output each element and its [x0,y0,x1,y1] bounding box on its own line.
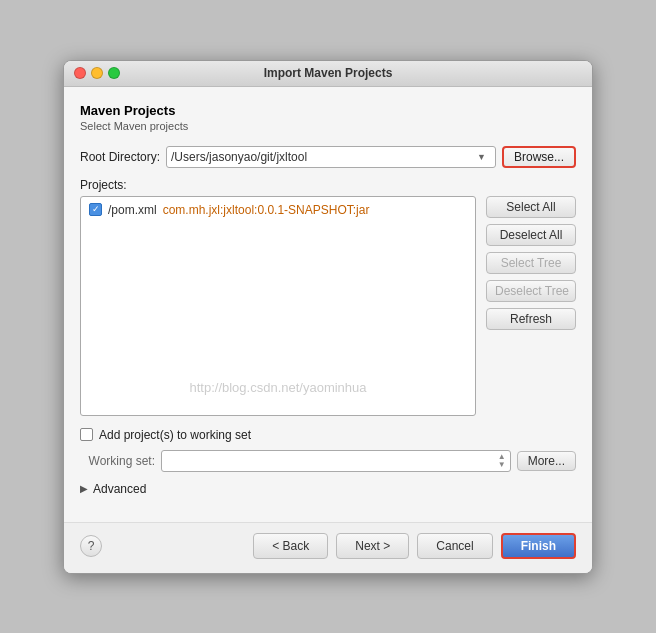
working-set-checkbox[interactable] [80,428,93,441]
side-buttons: Select All Deselect All Select Tree Dese… [486,196,576,416]
projects-label: Projects: [80,178,576,192]
project-path: /pom.xml [108,203,157,217]
working-set-label: Add project(s) to working set [99,428,251,442]
project-item: /pom.xml com.mh.jxl:jxltool:0.0.1-SNAPSH… [85,201,471,219]
more-button[interactable]: More... [517,451,576,471]
refresh-button[interactable]: Refresh [486,308,576,330]
cancel-button[interactable]: Cancel [417,533,492,559]
root-directory-row: Root Directory: ▼ Browse... [80,146,576,168]
traffic-lights [74,67,120,79]
working-set-row: Add project(s) to working set [80,428,576,442]
finish-button[interactable]: Finish [501,533,576,559]
root-directory-input-wrap: ▼ [166,146,496,168]
window-title: Import Maven Projects [264,66,393,80]
triangle-icon: ▶ [80,483,88,494]
working-set-combo[interactable]: ▲▼ [161,450,511,472]
section-title: Maven Projects [80,103,576,118]
import-maven-dialog: Import Maven Projects Maven Projects Sel… [63,60,593,574]
browse-button[interactable]: Browse... [502,146,576,168]
main-area: /pom.xml com.mh.jxl:jxltool:0.0.1-SNAPSH… [80,196,576,416]
working-set-combo-row: Working set: ▲▼ More... [80,450,576,472]
titlebar: Import Maven Projects [64,61,592,87]
help-button[interactable]: ? [80,535,102,557]
minimize-button[interactable] [91,67,103,79]
select-tree-button[interactable]: Select Tree [486,252,576,274]
advanced-label: Advanced [93,482,146,496]
dialog-content: Maven Projects Select Maven projects Roo… [64,87,592,522]
footer-right: < Back Next > Cancel Finish [253,533,576,559]
project-checkbox[interactable] [89,203,102,216]
footer: ? < Back Next > Cancel Finish [64,522,592,573]
close-button[interactable] [74,67,86,79]
root-directory-label: Root Directory: [80,150,160,164]
combo-arrows-icon: ▲▼ [498,453,506,469]
root-directory-input[interactable] [171,150,475,164]
advanced-row[interactable]: ▶ Advanced [80,482,576,496]
select-all-button[interactable]: Select All [486,196,576,218]
project-artifact: com.mh.jxl:jxltool:0.0.1-SNAPSHOT:jar [163,203,370,217]
projects-list: /pom.xml com.mh.jxl:jxltool:0.0.1-SNAPSH… [80,196,476,416]
section-subtitle: Select Maven projects [80,120,576,132]
watermark-text: http://blog.csdn.net/yaominhua [189,380,366,395]
deselect-all-button[interactable]: Deselect All [486,224,576,246]
working-set-combo-label: Working set: [80,454,155,468]
deselect-tree-button[interactable]: Deselect Tree [486,280,576,302]
next-button[interactable]: Next > [336,533,409,559]
maximize-button[interactable] [108,67,120,79]
dropdown-arrow-icon[interactable]: ▼ [477,152,491,162]
back-button[interactable]: < Back [253,533,328,559]
